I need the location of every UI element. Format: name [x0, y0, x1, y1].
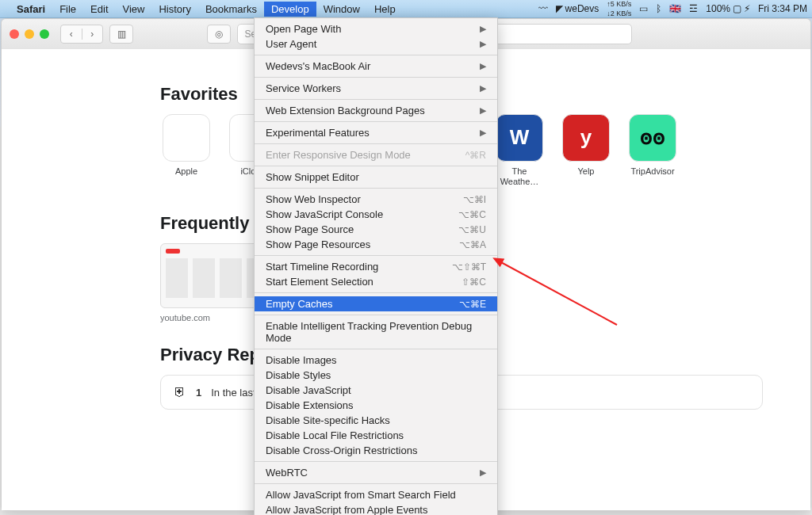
scribble-icon[interactable]: 〰: [538, 3, 548, 14]
menu-item-service-workers[interactable]: Service Workers▶: [255, 81, 497, 96]
traffic-lights: [10, 29, 49, 39]
favorite-tile: W: [496, 114, 543, 162]
menu-item-shortcut: ⌥⇧⌘T: [452, 261, 486, 273]
favorite-tripadvisor[interactable]: ꙩꙩTripAdvisor: [626, 114, 679, 186]
menu-history[interactable]: History: [151, 2, 197, 17]
site-label: youtube.com: [160, 313, 262, 322]
favorite-yelp[interactable]: yYelp: [560, 114, 612, 186]
app-name[interactable]: Safari: [10, 2, 52, 17]
menu-item-user-agent[interactable]: User Agent▶: [255, 36, 497, 52]
menu-item-show-snippet-editor[interactable]: Show Snippet Editor: [255, 170, 497, 185]
back-icon[interactable]: ‹: [61, 29, 82, 40]
menu-item-disable-cross-origin-restrictions[interactable]: Disable Cross-Origin Restrictions: [255, 443, 497, 458]
forward-icon[interactable]: ›: [82, 29, 103, 40]
menu-item-label: Experimental Features: [266, 127, 480, 139]
submenu-chevron-icon: ▶: [480, 39, 486, 49]
favorite-tile: [163, 114, 210, 162]
menu-item-label: Enable Intelligent Tracking Prevention D…: [266, 320, 486, 344]
menu-item-open-page-with[interactable]: Open Page With▶: [255, 21, 497, 36]
menu-item-disable-images[interactable]: Disable Images: [255, 353, 497, 368]
menu-item-enable-intelligent-tracking-prevention-debug-mode[interactable]: Enable Intelligent Tracking Prevention D…: [255, 319, 497, 345]
menu-item-label: Empty Caches: [266, 298, 459, 310]
menu-item-show-page-resources[interactable]: Show Page Resources⌥⌘A: [255, 237, 497, 252]
menu-item-label: User Agent: [266, 38, 480, 50]
menu-item-allow-javascript-from-apple-events[interactable]: Allow JavaScript from Apple Events: [255, 502, 497, 515]
menu-file[interactable]: File: [52, 2, 83, 17]
favorite-label: TripAdvisor: [626, 166, 679, 177]
menu-item-label: Show Web Inspector: [266, 193, 463, 205]
bluetooth-icon[interactable]: ᛒ: [656, 3, 661, 14]
menu-item-label: Disable Site-specific Hacks: [266, 414, 486, 426]
privacy-tracker-count: 1: [196, 387, 201, 399]
menu-edit[interactable]: Edit: [83, 2, 115, 17]
submenu-chevron-icon: ▶: [480, 24, 486, 34]
menu-item-label: Open Page With: [266, 23, 480, 35]
favorite-tile: ꙩꙩ: [629, 114, 676, 162]
menu-item-empty-caches[interactable]: Empty Caches⌥⌘E: [255, 296, 497, 311]
menu-view[interactable]: View: [116, 2, 152, 17]
menu-item-start-element-selection[interactable]: Start Element Selection⇧⌘C: [255, 274, 497, 289]
shield-icon: ⛨: [174, 385, 186, 399]
menu-item-disable-javascript[interactable]: Disable JavaScript: [255, 383, 497, 398]
menu-item-label: Disable Local File Restrictions: [266, 429, 486, 441]
menubar-right: 〰 ◤ weDevs ↑5 KB/s ↓2 KB/s ▭ ᛒ 🇬🇧 ☲ 100%…: [538, 1, 807, 17]
menu-item-shortcut: ⌥⌘I: [463, 194, 486, 205]
network-speed: ↑5 KB/s ↓2 KB/s: [607, 1, 631, 17]
menu-window[interactable]: Window: [316, 2, 367, 17]
minimize-window-button[interactable]: [25, 29, 34, 39]
menu-item-label: Wedevs's MacBook Air: [266, 60, 480, 72]
menu-item-label: Show Page Resources: [266, 238, 459, 250]
menu-item-disable-styles[interactable]: Disable Styles: [255, 368, 497, 383]
menu-item-label: Show Snippet Editor: [266, 171, 486, 183]
favorite-apple[interactable]: Apple: [160, 114, 213, 186]
zoom-window-button[interactable]: [40, 29, 49, 39]
close-window-button[interactable]: [10, 29, 19, 39]
menu-help[interactable]: Help: [367, 2, 403, 17]
menu-item-show-page-source[interactable]: Show Page Source⌥⌘U: [255, 222, 497, 237]
menu-item-web-extension-background-pages[interactable]: Web Extension Background Pages▶: [255, 103, 497, 118]
submenu-chevron-icon: ▶: [480, 467, 486, 478]
display-icon[interactable]: ▭: [639, 3, 648, 14]
privacy-report-button[interactable]: ◎: [207, 25, 231, 44]
frequent-site[interactable]: youtube.com: [160, 243, 262, 322]
menu-item-show-web-inspector[interactable]: Show Web Inspector⌥⌘I: [255, 192, 497, 207]
favorite-label: The Weathe…: [493, 166, 546, 186]
menu-item-show-javascript-console[interactable]: Show JavaScript Console⌥⌘C: [255, 207, 497, 222]
back-forward-buttons[interactable]: ‹›: [60, 25, 103, 44]
menu-item-experimental-features[interactable]: Experimental Features▶: [255, 125, 497, 140]
submenu-chevron-icon: ▶: [480, 61, 486, 71]
submenu-chevron-icon: ▶: [480, 105, 486, 116]
menu-item-label: Disable Styles: [266, 369, 486, 381]
menu-bookmarks[interactable]: Bookmarks: [198, 2, 264, 17]
menu-item-label: Web Extension Background Pages: [266, 105, 480, 116]
input-flag[interactable]: 🇬🇧: [669, 3, 681, 14]
menu-item-wedevs-s-macbook-air[interactable]: Wedevs's MacBook Air▶: [255, 59, 497, 74]
menu-item-shortcut: ^⌘R: [465, 150, 486, 161]
clock: Fri 3:34 PM: [758, 3, 807, 14]
favorite-tile: y: [562, 114, 610, 162]
menu-item-label: Disable JavaScript: [266, 384, 486, 396]
menu-item-shortcut: ⌥⌘C: [458, 209, 486, 220]
submenu-chevron-icon: ▶: [480, 83, 486, 93]
menu-item-start-timeline-recording[interactable]: Start Timeline Recording⌥⇧⌘T: [255, 259, 497, 274]
wedevs-status[interactable]: ◤ weDevs: [556, 3, 599, 14]
menu-develop[interactable]: Develop: [264, 2, 316, 17]
menu-item-disable-site-specific-hacks[interactable]: Disable Site-specific Hacks: [255, 413, 497, 428]
menu-item-label: Allow JavaScript from Apple Events: [266, 504, 486, 515]
battery-status[interactable]: 100% ▢⚡︎: [706, 3, 750, 14]
favorite-the-weathe-[interactable]: WThe Weathe…: [493, 114, 546, 186]
sidebar-button[interactable]: ▥: [109, 25, 133, 44]
menu-item-disable-local-file-restrictions[interactable]: Disable Local File Restrictions: [255, 428, 497, 443]
wifi-icon[interactable]: ☲: [689, 3, 698, 14]
menu-item-label: Allow JavaScript from Smart Search Field: [266, 489, 486, 501]
menu-item-label: Start Element Selection: [266, 276, 462, 288]
menu-item-webrtc[interactable]: WebRTC▶: [255, 465, 497, 480]
menu-item-label: Disable Cross-Origin Restrictions: [266, 444, 486, 456]
submenu-chevron-icon: ▶: [480, 128, 486, 138]
site-thumbnail: [160, 243, 263, 308]
menu-item-disable-extensions[interactable]: Disable Extensions: [255, 398, 497, 413]
menu-item-label: Enter Responsive Design Mode: [266, 149, 465, 161]
menu-item-label: Show Page Source: [266, 223, 458, 235]
menu-item-allow-javascript-from-smart-search-field[interactable]: Allow JavaScript from Smart Search Field: [255, 487, 497, 502]
menu-item-shortcut: ⌥⌘U: [458, 224, 486, 235]
